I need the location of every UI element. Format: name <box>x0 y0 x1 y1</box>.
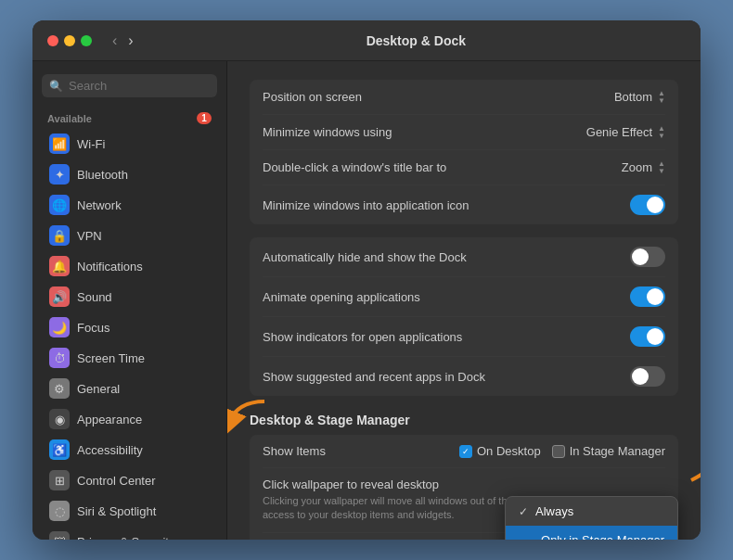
main-panel: Position on screen Bottom ▲▼ Minimize wi… <box>227 61 701 540</box>
double-click-row: Double-click a window's title bar to Zoo… <box>263 150 665 185</box>
sidebar-item-label: Accessibility <box>77 443 143 457</box>
content-area: 🔍 Available 1 📶 Wi-Fi ✦ Bluetooth 🌐 Netw… <box>32 61 701 540</box>
sidebar-item-siri-spotlight[interactable]: ◌ Siri & Spotlight <box>38 496 221 526</box>
sidebar-item-label: Privacy & Security <box>77 535 174 541</box>
on-desktop-checkbox[interactable]: ✓ <box>459 445 472 458</box>
animate-label: Animate opening applications <box>263 290 420 304</box>
control-center-icon: ⊞ <box>49 470 70 490</box>
in-stage-manager-option[interactable]: In Stage Manager <box>552 444 665 458</box>
sidebar-section-label: Available 1 <box>32 108 226 128</box>
minimize-app-row: Minimize windows into application icon <box>263 185 665 224</box>
indicators-toggle[interactable] <box>630 326 665 347</box>
minimize-button[interactable] <box>64 35 75 46</box>
sidebar-item-vpn[interactable]: 🔒 VPN <box>38 221 221 250</box>
sidebar-item-network[interactable]: 🌐 Network <box>38 190 221 220</box>
in-stage-manager-label: In Stage Manager <box>570 444 665 458</box>
right-arrow-annotation <box>682 425 701 493</box>
sidebar-item-label: Control Center <box>77 474 156 488</box>
appearance-icon: ◉ <box>49 409 70 429</box>
minimize-value: Genie Effect ▲▼ <box>586 125 665 140</box>
sidebar-item-wifi[interactable]: 📶 Wi-Fi <box>38 129 221 159</box>
on-desktop-option[interactable]: ✓ On Desktop <box>459 444 541 458</box>
sidebar-item-label: Sound <box>77 290 112 304</box>
sidebar-item-general[interactable]: ⚙ General <box>38 374 221 403</box>
notifications-icon: 🔔 <box>49 256 70 276</box>
suggested-label: Show suggested and recent apps in Dock <box>263 370 485 384</box>
stage-manager-settings-group: Show Items ✓ On Desktop In Stage Manager <box>250 435 678 540</box>
sidebar-item-notifications[interactable]: 🔔 Notifications <box>38 251 221 281</box>
sidebar-item-focus[interactable]: 🌙 Focus <box>38 312 221 342</box>
bluetooth-icon: ✦ <box>49 164 70 185</box>
wallpaper-row-top: Click wallpaper to reveal desktop <box>263 477 665 491</box>
show-items-label: Show Items <box>263 444 326 458</box>
window-title: Desktop & Dock <box>147 33 686 48</box>
position-label: Position on screen <box>263 90 362 104</box>
checkmark-icon: ✓ <box>519 505 528 518</box>
double-click-value: Zoom ▲▼ <box>622 160 665 175</box>
vpn-icon: 🔒 <box>49 225 70 246</box>
focus-icon: 🌙 <box>49 317 70 337</box>
double-click-label: Double-click a window's title bar to <box>263 160 446 174</box>
dock-settings-group-2: Automatically hide and show the Dock Ani… <box>250 237 678 396</box>
on-desktop-label: On Desktop <box>477 444 541 458</box>
titlebar: ‹ › Desktop & Dock <box>32 20 701 61</box>
sidebar-item-control-center[interactable]: ⊞ Control Center <box>38 465 221 495</box>
sidebar-item-privacy-security[interactable]: 🛡 Privacy & Security <box>38 527 221 540</box>
siri-icon: ◌ <box>49 501 70 521</box>
minimize-label: Minimize windows using <box>263 125 392 139</box>
dock-settings-group-1: Position on screen Bottom ▲▼ Minimize wi… <box>250 80 678 224</box>
in-stage-manager-checkbox[interactable] <box>552 445 565 458</box>
auto-hide-row: Automatically hide and show the Dock <box>263 237 665 277</box>
sidebar-item-screen-time[interactable]: ⏱ Screen Time <box>38 343 221 373</box>
minimize-app-toggle[interactable] <box>630 195 665 215</box>
double-click-stepper[interactable]: ▲▼ <box>658 160 665 175</box>
general-icon: ⚙ <box>49 378 70 399</box>
sidebar-item-label: VPN <box>77 229 102 243</box>
screen-time-icon: ⏱ <box>49 348 70 368</box>
search-box[interactable]: 🔍 <box>42 74 217 97</box>
auto-hide-toggle[interactable] <box>630 247 665 267</box>
click-wallpaper-label: Click wallpaper to reveal desktop <box>263 477 439 491</box>
sidebar-item-label: Siri & Spotlight <box>77 504 156 518</box>
sidebar-item-label: Screen Time <box>77 351 145 365</box>
dropdown-item-always[interactable]: ✓ Always <box>506 497 677 526</box>
sidebar: 🔍 Available 1 📶 Wi-Fi ✦ Bluetooth 🌐 Netw… <box>32 61 227 540</box>
sound-icon: 🔊 <box>49 286 70 307</box>
sidebar-item-sound[interactable]: 🔊 Sound <box>38 282 221 312</box>
indicators-row: Show indicators for open applications <box>263 317 665 357</box>
close-button[interactable] <box>47 35 58 46</box>
search-input[interactable] <box>69 79 210 93</box>
accessibility-icon: ♿ <box>49 439 70 460</box>
wifi-icon: 📶 <box>49 134 70 154</box>
animate-toggle[interactable] <box>630 286 665 307</box>
nav-arrows: ‹ › <box>109 31 137 51</box>
notification-badge: 1 <box>197 112 212 124</box>
privacy-icon: 🛡 <box>49 531 70 540</box>
minimize-row: Minimize windows using Genie Effect ▲▼ <box>263 115 665 150</box>
animate-row: Animate opening applications <box>263 277 665 317</box>
dropdown-item-only-stage-manager[interactable]: Only in Stage Manager <box>506 526 677 540</box>
sidebar-item-label: Wi-Fi <box>77 137 105 151</box>
minimize-stepper[interactable]: ▲▼ <box>658 125 665 140</box>
traffic-lights <box>47 35 92 46</box>
sidebar-item-accessibility[interactable]: ♿ Accessibility <box>38 435 221 465</box>
sidebar-item-appearance[interactable]: ◉ Appearance <box>38 404 221 434</box>
network-icon: 🌐 <box>49 195 70 215</box>
sidebar-item-bluetooth[interactable]: ✦ Bluetooth <box>38 159 221 189</box>
dropdown-menu: ✓ Always Only in Stage Manager <box>505 496 678 540</box>
show-items-row: Show Items ✓ On Desktop In Stage Manager <box>263 435 665 468</box>
position-value: Bottom ▲▼ <box>614 90 665 105</box>
click-wallpaper-row: Click wallpaper to reveal desktop Clicki… <box>263 468 665 533</box>
back-arrow[interactable]: ‹ <box>109 31 121 51</box>
maximize-button[interactable] <box>81 35 92 46</box>
stage-manager-section-header: Desktop & Stage Manager <box>250 413 678 427</box>
sidebar-item-label: Appearance <box>77 413 142 426</box>
sidebar-item-label: General <box>77 382 120 396</box>
sidebar-item-label: Bluetooth <box>77 168 128 182</box>
suggested-toggle[interactable] <box>630 366 665 387</box>
position-row: Position on screen Bottom ▲▼ <box>263 80 665 115</box>
forward-arrow[interactable]: › <box>124 31 136 51</box>
system-preferences-window: ‹ › Desktop & Dock 🔍 Available 1 📶 Wi-Fi… <box>32 20 701 540</box>
indicators-label: Show indicators for open applications <box>263 330 462 344</box>
position-stepper[interactable]: ▲▼ <box>658 90 665 105</box>
